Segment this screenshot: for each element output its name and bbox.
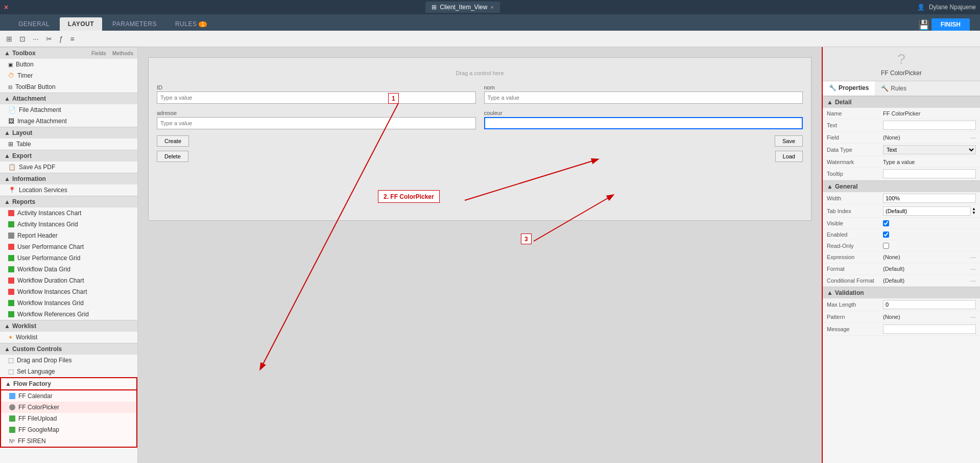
sidebar-section-attachment[interactable]: ▲Attachment — [0, 92, 137, 104]
message-input[interactable] — [883, 325, 976, 334]
cond-format-dots-btn[interactable]: ··· — [970, 276, 976, 285]
sidebar-section-worklist[interactable]: ▲Worklist — [0, 320, 137, 332]
sidebar-item-ff-calendar[interactable]: FF Calendar — [1, 390, 136, 402]
sidebar-item-save-as-pdf[interactable]: 📋 Save As PDF — [0, 161, 137, 173]
save-icon[interactable]: 💾 — [918, 19, 929, 31]
sidebar-item-ff-colorpicker[interactable]: FF ColorPicker — [1, 402, 136, 413]
delete-button[interactable]: Delete — [157, 151, 188, 162]
nom-input[interactable] — [484, 91, 803, 104]
sidebar-section-toolbox[interactable]: ▲Toolbox Fields Methods — [0, 47, 137, 59]
prop-row-tabindex: Tab Index ▲ ▼ — [823, 205, 980, 218]
prop-text-input[interactable] — [883, 121, 976, 130]
tab-rules[interactable]: RULES 1 — [167, 17, 215, 31]
sidebar-item-user-perf-chart[interactable]: User Performance Chart — [0, 241, 137, 252]
sidebar-item-worklist[interactable]: ✦ Worklist — [0, 332, 137, 343]
load-button[interactable]: Load — [775, 151, 803, 162]
tab-general[interactable]: GENERAL — [10, 17, 58, 31]
sidebar-item-timer[interactable]: ⏱ Timer — [0, 70, 137, 81]
prop-row-readonly: Read-Only — [823, 240, 980, 251]
sidebar-item-file-attachment[interactable]: 📄 File Attachment — [0, 104, 137, 115]
sidebar-section-custom-controls[interactable]: ▲Custom Controls — [0, 343, 137, 355]
close-tab-icon[interactable]: × — [490, 4, 493, 10]
sidebar-item-activity-grid[interactable]: Activity Instances Grid — [0, 219, 137, 230]
readonly-checkbox[interactable] — [883, 243, 889, 249]
sidebar-item-drag-drop[interactable]: ⬚ Drag and Drop Files — [0, 355, 137, 366]
nav-tabs: GENERAL LAYOUT PARAMETERS RULES 1 💾 FINI… — [0, 14, 980, 31]
create-button[interactable]: Create — [157, 135, 189, 147]
tabindex-down[interactable]: ▼ — [972, 211, 976, 215]
sidebar-section-reports[interactable]: ▲Reports — [0, 196, 137, 207]
tab-title[interactable]: ⊞ Client_Item_View × — [425, 2, 500, 13]
sidebar-item-table[interactable]: ⊞ Table — [0, 138, 137, 150]
sidebar-item-set-language[interactable]: ⬚ Set Language — [0, 366, 137, 377]
workflow-references-grid-icon — [8, 311, 14, 317]
sidebar-section-information[interactable]: ▲Information — [0, 173, 137, 184]
set-lang-icon: ⬚ — [8, 368, 14, 375]
sidebar-item-workflow-data-grid[interactable]: Workflow Data Grid — [0, 264, 137, 275]
sidebar-item-user-perf-grid[interactable]: User Performance Grid — [0, 252, 137, 264]
sidebar-item-location-services[interactable]: 📍 Location Services — [0, 184, 137, 196]
panel-tab-rules[interactable]: 🔨 Rules — [875, 81, 913, 96]
toolbox-label: Toolbox — [12, 50, 36, 57]
sidebar-item-button[interactable]: ▣ Button — [0, 59, 137, 70]
sidebar-item-report-header[interactable]: Report Header — [0, 230, 137, 241]
panel-tab-properties[interactable]: 🔧 Properties — [823, 81, 875, 96]
width-input[interactable] — [883, 194, 976, 203]
sidebar-item-toolbar-button[interactable]: ⊟ ToolBar Button — [0, 81, 137, 92]
adresse-input[interactable] — [157, 117, 476, 129]
toolbar-btn-5[interactable]: ƒ — [57, 34, 65, 44]
sidebar-item-ff-fileupload[interactable]: FF FileUpload — [1, 413, 136, 424]
toolbar-btn-2[interactable]: ⊡ — [17, 34, 28, 44]
id-input[interactable] — [157, 91, 476, 104]
tooltip-input[interactable] — [883, 169, 976, 178]
pattern-dots-btn[interactable]: ··· — [970, 313, 976, 321]
expression-dots-btn[interactable]: ··· — [970, 253, 976, 261]
prop-row-format: Format (Default) ··· — [823, 263, 980, 275]
finish-button[interactable]: FINISH — [931, 18, 970, 31]
prop-row-maxlength: Max Length — [823, 298, 980, 311]
sidebar-item-workflow-instances-grid[interactable]: Workflow Instances Grid — [0, 297, 137, 309]
datatype-select[interactable]: Text — [883, 145, 976, 154]
sidebar-item-workflow-duration-chart[interactable]: Workflow Duration Chart — [0, 275, 137, 286]
format-dots-btn[interactable]: ··· — [970, 265, 976, 273]
sidebar-section-flow-factory[interactable]: ▲Flow Factory — [0, 377, 137, 390]
annotation-label-3: 3 — [521, 234, 532, 244]
toolbar-btn-1[interactable]: ⊞ — [4, 34, 14, 44]
toolbar-btn-4[interactable]: ✂ — [44, 34, 54, 44]
save-button[interactable]: Save — [775, 135, 803, 147]
sidebar-item-image-attachment[interactable]: 🖼 Image Attachment — [0, 115, 137, 127]
sidebar-section-export[interactable]: ▲Export — [0, 150, 137, 161]
prop-row-watermark: Watermark Type a value — [823, 156, 980, 168]
button-icon: ▣ — [8, 62, 13, 67]
sidebar-section-layout[interactable]: ▲Layout — [0, 127, 137, 138]
adresse-field-container: adresse — [157, 110, 476, 129]
toolbar-btn-3[interactable]: ··· — [31, 34, 41, 44]
enabled-checkbox[interactable] — [883, 231, 889, 238]
field-dots-btn[interactable]: ··· — [970, 133, 976, 142]
prop-row-tooltip: Tooltip — [823, 168, 980, 180]
prop-row-pattern: Pattern (None) ··· — [823, 311, 980, 323]
visible-checkbox[interactable] — [883, 220, 889, 226]
id-field-container: ID — [157, 84, 476, 104]
form-canvas: Drag a control here ID nom adresse — [148, 57, 811, 221]
image-icon: 🖼 — [8, 118, 14, 125]
sidebar-item-ff-siren[interactable]: Nº FF SIREN — [1, 435, 136, 447]
tab-layout[interactable]: LAYOUT — [60, 17, 102, 31]
nom-label: nom — [484, 84, 803, 90]
worklist-icon: ✦ — [8, 334, 13, 341]
user-name: Dylane Npajuene — [929, 4, 976, 11]
sidebar-item-workflow-references-grid[interactable]: Workflow References Grid — [0, 309, 137, 320]
properties-icon: 🔧 — [829, 84, 836, 91]
toolbar-btn-6[interactable]: ≡ — [68, 34, 76, 44]
tab-parameters[interactable]: PARAMETERS — [104, 17, 165, 31]
sidebar-item-activity-chart[interactable]: Activity Instances Chart — [0, 207, 137, 219]
properties-panel: ? FF ColorPicker 🔧 Properties 🔨 Rules ▲D… — [822, 47, 980, 463]
close-app-button[interactable]: × — [4, 3, 8, 11]
file-icon: 📄 — [8, 106, 16, 113]
sidebar-item-ff-googlemap[interactable]: FF GoogleMap — [1, 424, 136, 435]
tabindex-input[interactable] — [883, 206, 971, 216]
maxlength-input[interactable] — [883, 300, 976, 309]
sidebar-item-workflow-instances-chart[interactable]: Workflow Instances Chart — [0, 286, 137, 297]
couleur-input[interactable] — [484, 117, 803, 129]
toolbar-row: ⊞ ⊡ ··· ✂ ƒ ≡ — [0, 31, 980, 47]
